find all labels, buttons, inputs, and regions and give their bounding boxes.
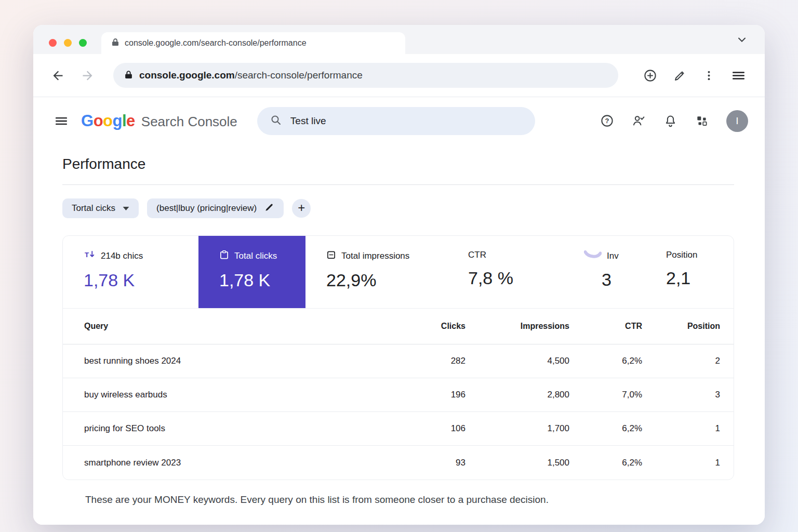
column-header-query[interactable]: Query (84, 322, 382, 331)
metric-card-total-clicks[interactable]: Total clicks 1,78 K (198, 236, 305, 308)
metric-label: Position (666, 250, 697, 260)
back-icon[interactable] (51, 69, 65, 83)
more-options-icon[interactable] (702, 69, 715, 82)
metric-label: 214b chics (101, 251, 143, 261)
metric-label: Inv (607, 251, 619, 261)
tab-strip: console.google.com/search-console/perfor… (33, 25, 765, 54)
metric-card-clicks-alt[interactable]: T 214b chics 1,78 K (63, 236, 198, 308)
chevron-down-icon (123, 203, 129, 214)
clipboard-icon (219, 250, 229, 262)
address-path: /search-console/performance (235, 70, 363, 81)
query-filter-label: (best|lbuy (pricing|review) (156, 203, 257, 214)
swoosh-icon (584, 250, 602, 262)
metric-filter-chip[interactable]: Tortal cicks (62, 198, 139, 218)
toolbar-actions (643, 68, 746, 83)
tab-url: console.google.com/search-console/perfor… (125, 38, 307, 48)
ctr-cell: 6,2% (569, 356, 642, 366)
impressions-cell: 1,700 (466, 423, 569, 434)
clicks-cell: 282 (382, 356, 466, 366)
search-input[interactable] (289, 115, 523, 127)
close-window-button[interactable] (49, 39, 57, 47)
app-header: Google Search Console ? (33, 97, 765, 144)
address-url: console.google.com/search-console/perfor… (139, 70, 363, 81)
svg-text:T: T (85, 251, 89, 259)
column-header-clicks[interactable]: Clicks (382, 322, 466, 331)
browser-menu-icon[interactable] (731, 68, 746, 83)
position-cell: 1 (642, 423, 720, 434)
sort-arrows-icon: T (84, 250, 96, 262)
logo-letter: g (113, 112, 122, 130)
ctr-cell: 7,0% (569, 390, 642, 400)
traffic-lights (49, 39, 87, 47)
edit-pencil-icon[interactable] (264, 202, 274, 215)
query-cell: best running shoes 2024 (84, 356, 382, 366)
metric-label: Total impressions (341, 251, 409, 261)
desktop-background: console.google.com/search-console/perfor… (0, 0, 798, 532)
metric-value: 1,78 K (219, 270, 305, 290)
ctr-cell: 6,2% (569, 458, 642, 468)
browser-toolbar: console.google.com/search-console/perfor… (33, 54, 765, 97)
browser-window: console.google.com/search-console/perfor… (33, 25, 765, 525)
metric-card-position[interactable]: Position 2,1 (650, 236, 734, 308)
lock-icon (125, 70, 132, 81)
add-filter-button[interactable]: + (292, 199, 311, 218)
table-row[interactable]: buy wireless earbuds 196 2,800 7,0% 3 (63, 378, 734, 412)
position-cell: 3 (642, 390, 720, 400)
divider (62, 184, 734, 185)
minimize-window-button[interactable] (64, 39, 72, 47)
metric-value: 2,1 (666, 268, 734, 288)
tab-search-chevron-icon[interactable] (736, 33, 748, 46)
lock-icon (112, 38, 119, 48)
help-icon[interactable]: ? (600, 114, 614, 128)
impressions-cell: 2,800 (466, 390, 569, 400)
metric-card-inv[interactable]: Inv 3 (551, 236, 650, 308)
performance-panel: T 214b chics 1,78 K Total clicks (62, 235, 734, 480)
table-row[interactable]: smartphone review 2023 93 1,500 6,2% 1 (63, 446, 734, 480)
query-cell: smartphone review 2023 (84, 458, 382, 468)
position-cell: 1 (642, 458, 720, 468)
metric-label: Total clicks (234, 251, 277, 261)
clicks-cell: 93 (382, 458, 466, 468)
table-row[interactable]: best running shoes 2024 282 4,500 6,2% 2 (63, 344, 734, 378)
metric-value: 7,8 % (468, 268, 551, 288)
page-title: Performance (62, 156, 734, 172)
query-cell: buy wireless earbuds (84, 390, 382, 400)
console-search-bar[interactable] (257, 107, 535, 135)
query-filter-chip[interactable]: (best|lbuy (pricing|review) (147, 198, 284, 218)
address-bar[interactable]: console.google.com/search-console/perfor… (113, 63, 618, 88)
metric-value: 22,9% (326, 270, 453, 290)
logo-letter: o (94, 112, 103, 130)
avatar[interactable]: I (726, 110, 748, 132)
maximize-window-button[interactable] (79, 39, 87, 47)
ctr-cell: 6,2% (569, 423, 642, 434)
pen-icon[interactable] (673, 69, 687, 83)
logo-letter: G (81, 112, 94, 130)
hamburger-menu-icon[interactable] (54, 114, 69, 128)
clicks-cell: 106 (382, 423, 466, 434)
forward-icon[interactable] (81, 69, 95, 83)
browser-tab[interactable]: console.google.com/search-console/perfor… (101, 32, 405, 54)
footnote-text: These are your MONEY keywords. Every que… (62, 494, 734, 506)
query-cell: pricing for SEO tools (84, 423, 382, 434)
table-row[interactable]: pricing for SEO tools 106 1,700 6,2% 1 (63, 412, 734, 446)
impressions-cell: 1,500 (466, 458, 569, 468)
search-icon (270, 114, 282, 128)
apps-grid-icon[interactable] (695, 114, 709, 128)
account-check-icon[interactable] (632, 114, 646, 128)
metric-filter-label: Tortal cicks (72, 203, 115, 214)
metric-label: CTR (468, 250, 486, 260)
performance-page: Performance Tortal cicks (best|lbuy (pri… (33, 144, 765, 525)
metric-card-ctr[interactable]: CTR 7,8 % (453, 236, 551, 308)
column-header-impressions[interactable]: Impressions (466, 322, 569, 331)
column-header-position[interactable]: Position (642, 322, 720, 331)
impressions-cell: 4,500 (466, 356, 569, 366)
position-cell: 2 (642, 356, 720, 366)
logo-letter: e (126, 112, 135, 130)
impressions-square-icon (326, 250, 336, 262)
metric-card-total-impressions[interactable]: Total impressions 22,9% (305, 236, 453, 308)
notifications-bell-icon[interactable] (663, 114, 677, 128)
google-logo[interactable]: Google Search Console (81, 112, 237, 130)
address-domain: console.google.com (139, 70, 235, 81)
add-tab-icon[interactable] (643, 69, 657, 83)
column-header-ctr[interactable]: CTR (569, 322, 642, 331)
